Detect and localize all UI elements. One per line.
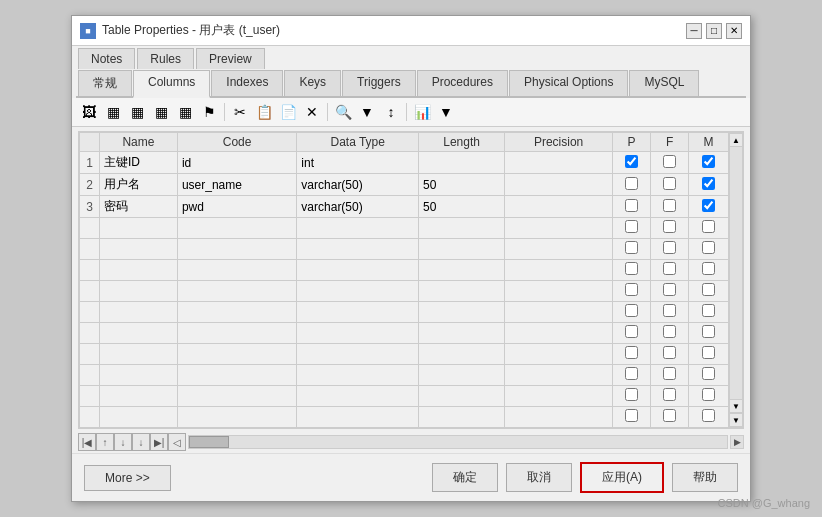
col-code[interactable]: pwd xyxy=(177,196,296,218)
col-m[interactable] xyxy=(689,407,729,428)
col-code[interactable]: user_name xyxy=(177,174,296,196)
ok-button[interactable]: 确定 xyxy=(432,463,498,492)
col-f[interactable] xyxy=(651,386,689,407)
more-button[interactable]: More >> xyxy=(84,465,171,491)
col-precision[interactable] xyxy=(505,281,613,302)
col-length[interactable] xyxy=(419,344,505,365)
col-m[interactable] xyxy=(689,386,729,407)
tab-preview[interactable]: Preview xyxy=(196,48,265,69)
col-code[interactable] xyxy=(177,365,296,386)
col-name[interactable] xyxy=(100,365,178,386)
toolbar-paste[interactable]: 📄 xyxy=(277,101,299,123)
toolbar-copy[interactable]: 📋 xyxy=(253,101,275,123)
horizontal-scrollbar[interactable] xyxy=(188,435,728,449)
col-p[interactable] xyxy=(613,260,651,281)
col-p[interactable] xyxy=(613,174,651,196)
col-length[interactable]: 50 xyxy=(419,196,505,218)
close-button[interactable]: ✕ xyxy=(726,23,742,39)
toolbar-btn-1[interactable]: 🖼 xyxy=(78,101,100,123)
empty-table-row[interactable] xyxy=(80,218,729,239)
col-code[interactable] xyxy=(177,386,296,407)
col-length[interactable] xyxy=(419,365,505,386)
col-datatype[interactable] xyxy=(297,344,419,365)
empty-table-row[interactable] xyxy=(80,386,729,407)
col-precision[interactable] xyxy=(505,302,613,323)
col-code[interactable] xyxy=(177,323,296,344)
toolbar-btn-3[interactable]: ▦ xyxy=(126,101,148,123)
toolbar-btn-6[interactable]: ⚑ xyxy=(198,101,220,123)
col-name[interactable] xyxy=(100,260,178,281)
empty-table-row[interactable] xyxy=(80,323,729,344)
col-f[interactable] xyxy=(651,152,689,174)
scroll-right-arrow[interactable]: ▶ xyxy=(730,435,744,449)
col-name[interactable] xyxy=(100,344,178,365)
col-name[interactable]: 用户名 xyxy=(100,174,178,196)
col-name[interactable]: 主键ID xyxy=(100,152,178,174)
col-precision[interactable] xyxy=(505,365,613,386)
tab-notes[interactable]: Notes xyxy=(78,48,135,69)
toolbar-excel[interactable]: 📊 xyxy=(411,101,433,123)
scroll-track[interactable] xyxy=(730,147,742,399)
nav-down2[interactable]: ↓ xyxy=(132,433,150,451)
col-m[interactable] xyxy=(689,260,729,281)
col-datatype[interactable] xyxy=(297,218,419,239)
col-length[interactable] xyxy=(419,218,505,239)
col-datatype[interactable]: varchar(50) xyxy=(297,196,419,218)
col-precision[interactable] xyxy=(505,260,613,281)
col-name[interactable] xyxy=(100,386,178,407)
tab-rules[interactable]: Rules xyxy=(137,48,194,69)
nav-prev[interactable]: ↑ xyxy=(96,433,114,451)
maximize-button[interactable]: □ xyxy=(706,23,722,39)
toolbar-cut[interactable]: ✂ xyxy=(229,101,251,123)
col-length[interactable] xyxy=(419,386,505,407)
col-m[interactable] xyxy=(689,218,729,239)
col-precision[interactable] xyxy=(505,407,613,428)
col-f[interactable] xyxy=(651,407,689,428)
col-datatype[interactable]: int xyxy=(297,152,419,174)
col-datatype[interactable] xyxy=(297,386,419,407)
col-name[interactable] xyxy=(100,407,178,428)
table-row[interactable]: 2 用户名 user_name varchar(50) 50 xyxy=(80,174,729,196)
col-m[interactable] xyxy=(689,281,729,302)
col-datatype[interactable]: varchar(50) xyxy=(297,174,419,196)
empty-table-row[interactable] xyxy=(80,281,729,302)
col-precision[interactable] xyxy=(505,344,613,365)
scroll-down-arrow-1[interactable]: ▼ xyxy=(729,399,743,413)
cancel-button[interactable]: 取消 xyxy=(506,463,572,492)
col-f[interactable] xyxy=(651,365,689,386)
toolbar-delete[interactable]: ✕ xyxy=(301,101,323,123)
col-p[interactable] xyxy=(613,152,651,174)
col-f[interactable] xyxy=(651,218,689,239)
col-code[interactable] xyxy=(177,239,296,260)
col-name[interactable] xyxy=(100,302,178,323)
col-code[interactable] xyxy=(177,407,296,428)
col-p[interactable] xyxy=(613,239,651,260)
scroll-up-arrow[interactable]: ▲ xyxy=(729,133,743,147)
nav-last[interactable]: ▶| xyxy=(150,433,168,451)
col-m[interactable] xyxy=(689,152,729,174)
col-length[interactable] xyxy=(419,281,505,302)
col-code[interactable] xyxy=(177,281,296,302)
col-p[interactable] xyxy=(613,196,651,218)
col-p[interactable] xyxy=(613,323,651,344)
col-length[interactable] xyxy=(419,302,505,323)
col-f[interactable] xyxy=(651,323,689,344)
col-f[interactable] xyxy=(651,260,689,281)
col-code[interactable] xyxy=(177,302,296,323)
empty-table-row[interactable] xyxy=(80,365,729,386)
col-datatype[interactable] xyxy=(297,365,419,386)
col-m[interactable] xyxy=(689,344,729,365)
col-length[interactable] xyxy=(419,239,505,260)
col-precision[interactable] xyxy=(505,239,613,260)
col-name[interactable] xyxy=(100,323,178,344)
col-name[interactable]: 密码 xyxy=(100,196,178,218)
scroll-thumb[interactable] xyxy=(189,436,229,448)
col-datatype[interactable] xyxy=(297,302,419,323)
col-name[interactable] xyxy=(100,239,178,260)
col-p[interactable] xyxy=(613,407,651,428)
empty-table-row[interactable] xyxy=(80,344,729,365)
table-row[interactable]: 3 密码 pwd varchar(50) 50 xyxy=(80,196,729,218)
col-code[interactable]: id xyxy=(177,152,296,174)
col-f[interactable] xyxy=(651,196,689,218)
col-p[interactable] xyxy=(613,302,651,323)
